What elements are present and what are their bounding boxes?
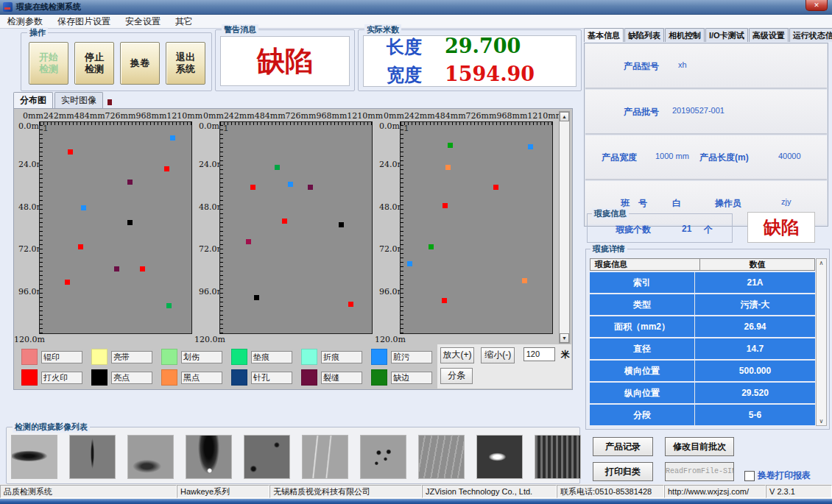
defect-point[interactable] <box>68 149 73 155</box>
meters-input[interactable]: 120 <box>523 347 555 361</box>
read-from-file-button[interactable]: ReadFromFile-SIM <box>665 462 734 481</box>
defect-thumbnail[interactable] <box>11 435 57 479</box>
defect-thumbnail[interactable] <box>69 435 116 479</box>
modify-batch-button[interactable]: 修改目前批次 <box>665 437 734 456</box>
table-row[interactable]: 横向位置500.000 <box>590 361 815 381</box>
header-defect-info: 瑕疵信息 <box>590 259 700 270</box>
table-row[interactable]: 面积（mm2）26.94 <box>590 316 815 337</box>
defect-point[interactable] <box>429 244 434 249</box>
defect-thumbnail[interactable] <box>535 435 581 479</box>
product-record-button[interactable]: 产品记录 <box>593 437 653 456</box>
defect-point[interactable] <box>78 244 83 249</box>
stop-detection-button[interactable]: 停止 检测 <box>74 42 114 85</box>
defect-point[interactable] <box>522 278 527 283</box>
tab-camera-control[interactable]: 相机控制 <box>665 28 705 42</box>
legend-item: 亮点 <box>91 369 152 386</box>
zoom-in-button[interactable]: 放大(+) <box>440 347 474 363</box>
defect-point[interactable] <box>442 298 447 303</box>
table-scroll-down-icon[interactable]: ∨ <box>817 418 826 425</box>
table-row[interactable]: 分段5-6 <box>590 405 815 425</box>
operator-label: 操作员 <box>715 197 741 210</box>
defect-point[interactable] <box>348 302 353 307</box>
defect-point[interactable] <box>254 295 259 300</box>
defect-point[interactable] <box>275 165 280 170</box>
close-button[interactable]: ✕ <box>805 0 828 11</box>
table-row[interactable]: 索引21A <box>590 272 815 293</box>
defect-point[interactable] <box>114 266 119 271</box>
scroll-down-icon[interactable]: ▼ <box>560 333 569 343</box>
tab-realtime-image[interactable]: 实时图像 <box>54 92 103 108</box>
shift-value: 白 <box>672 197 681 210</box>
defect-point[interactable] <box>308 185 313 190</box>
exit-system-button[interactable]: 退出 系统 <box>166 42 205 85</box>
tab-distribution-map[interactable]: 分布图 <box>13 92 53 108</box>
defect-point[interactable] <box>164 166 169 171</box>
meters-box: 长度 29.700 宽度 1594.90 <box>363 35 577 87</box>
defect-point[interactable] <box>339 222 344 227</box>
row-label: 索引 <box>590 272 695 293</box>
tab-advanced-settings[interactable]: 高级设置 <box>749 28 789 42</box>
y-axis-ticks <box>40 122 43 333</box>
status-website[interactable]: http://www.wxjzsj.com/ <box>664 485 766 498</box>
plot-area[interactable]: 1 <box>39 121 192 334</box>
defect-point[interactable] <box>282 219 287 224</box>
header-value: 数值 <box>700 259 814 270</box>
defect-point[interactable] <box>528 144 533 149</box>
defect-thumbnail[interactable] <box>127 435 174 479</box>
defect-point[interactable] <box>246 239 251 244</box>
defect-point[interactable] <box>288 182 293 187</box>
defect-point[interactable] <box>81 205 86 210</box>
legend-item: 折痕 <box>301 349 362 365</box>
zoom-out-button[interactable]: 缩小(-) <box>481 347 515 363</box>
panel-index-label: 1 <box>224 124 228 132</box>
menu-item-other[interactable]: 其它 <box>168 15 200 28</box>
defect-point[interactable] <box>65 280 70 285</box>
change-roll-button[interactable]: 换卷 <box>120 42 160 85</box>
defect-point[interactable] <box>140 266 145 271</box>
plot-area[interactable]: 1 <box>400 121 553 334</box>
legend-label: 垫痕 <box>251 351 292 363</box>
meters-unit-label: 米 <box>561 347 570 362</box>
defect-point[interactable] <box>170 135 175 141</box>
defect-point[interactable] <box>166 303 172 308</box>
defect-thumbnail[interactable] <box>244 435 290 479</box>
defect-point[interactable] <box>407 261 412 266</box>
defect-thumbnail[interactable] <box>186 435 232 479</box>
defect-point[interactable] <box>127 180 133 185</box>
menu-item-security-settings[interactable]: 安全设置 <box>118 15 168 28</box>
defect-point[interactable] <box>443 203 448 208</box>
tab-defect-list[interactable]: 缺陷列表 <box>624 28 664 42</box>
table-row[interactable]: 直径14.7 <box>590 338 815 359</box>
start-detection-button[interactable]: 开始 检测 <box>29 42 68 85</box>
legend-item: 垫痕 <box>231 349 292 365</box>
tab-io-card-test[interactable]: I/O卡测试 <box>705 28 748 42</box>
x-axis-labels: 0mm242mm484mm726mm968mm1210mm <box>378 111 558 121</box>
print-classify-button[interactable]: 打印归类 <box>593 462 653 481</box>
defect-point[interactable] <box>448 143 453 148</box>
print-report-checkbox[interactable] <box>744 471 755 481</box>
defect-point[interactable] <box>250 185 255 190</box>
defect-thumbnail[interactable] <box>302 435 348 479</box>
defect-thumbnail[interactable] <box>418 435 465 479</box>
y-axis-tick-label: 0.0m <box>18 121 39 131</box>
plot-vertical-scrollbar[interactable]: ▲ ▼ <box>559 111 570 344</box>
menu-item-save-image-settings[interactable]: 保存图片设置 <box>50 15 118 28</box>
status-version: V 2.3.1 <box>766 485 832 498</box>
menu-item-detect-params[interactable]: 检测参数 <box>0 15 50 28</box>
table-row[interactable]: 纵向位置29.520 <box>590 383 815 403</box>
tab-basic-info[interactable]: 基本信息 <box>584 28 624 42</box>
plot-area[interactable]: 1 <box>219 121 373 334</box>
y-axis-tick-label: 0.0m <box>199 121 219 131</box>
defect-point[interactable] <box>493 185 498 190</box>
tab-run-status[interactable]: 运行状态信息 <box>789 28 832 42</box>
legend-item: 划伤 <box>161 349 222 365</box>
defect-thumbnail[interactable] <box>476 435 523 479</box>
defect-point[interactable] <box>445 165 451 170</box>
table-scroll-up-icon[interactable]: ∧ <box>817 260 826 266</box>
split-button[interactable]: 分条 <box>440 368 473 384</box>
table-scrollbar[interactable]: ∧ ∨ <box>816 258 827 426</box>
defect-thumbnail[interactable] <box>360 435 406 479</box>
table-row[interactable]: 类型污渍-大 <box>590 294 815 315</box>
defect-point[interactable] <box>127 220 133 225</box>
scroll-up-icon[interactable]: ▲ <box>560 112 569 121</box>
